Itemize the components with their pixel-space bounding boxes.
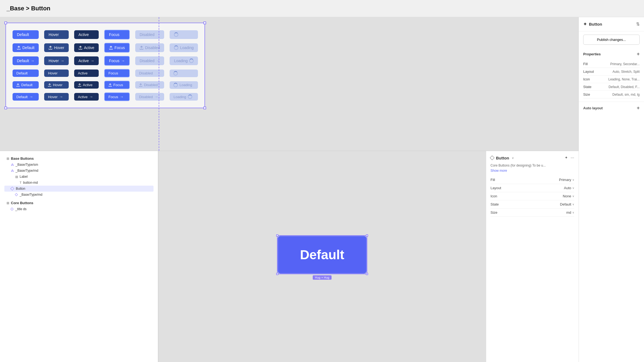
add-auto-layout-icon[interactable]: +: [637, 105, 640, 111]
btn-active-r3[interactable]: Active →: [74, 56, 99, 65]
btn-disabled-r5[interactable]: Disabled: [135, 81, 164, 89]
btn-loading-r5[interactable]: Loading: [170, 81, 198, 89]
layer-section-base-buttons[interactable]: ⊞ Base Buttons: [4, 155, 154, 162]
inspect-header: Button ∨ ✦ ···: [490, 155, 574, 160]
layer-item-base-type-md[interactable]: ⁂ _Base/Type/md: [4, 168, 154, 174]
arrow-icon: →: [155, 95, 158, 99]
fill-value[interactable]: Primary ∨: [559, 178, 574, 182]
frame-handle-tr: [203, 22, 206, 24]
btn-active-r4[interactable]: Active: [74, 70, 99, 77]
upload-icon: [17, 46, 21, 50]
arrow-icon: →: [59, 95, 63, 99]
component-icon-sm: [15, 193, 18, 196]
btn-disabled-r3[interactable]: Disabled →: [135, 56, 164, 65]
layer-item-base-type-md-2[interactable]: _Base/Type/md: [4, 192, 154, 198]
adjust-icon[interactable]: ⇅: [636, 22, 640, 27]
btn-disabled-r2[interactable]: Disabled: [135, 43, 164, 52]
inspect-prop-size: Size md ∨: [490, 209, 574, 217]
spinner-icon: [173, 71, 178, 76]
target-icon[interactable]: ✦: [565, 155, 568, 160]
sparkle-icon: ✦: [583, 22, 587, 27]
preview-frame[interactable]: Default: [277, 235, 367, 274]
properties-section: Properties + Fill Primary, Secondar... L…: [579, 48, 644, 102]
btn-loading-r3[interactable]: Loading: [170, 56, 198, 65]
upload-icon: [109, 46, 113, 50]
btn-focus-r5[interactable]: Focus: [104, 81, 130, 89]
auto-layout-row[interactable]: Auto layout +: [579, 102, 644, 114]
btn-active-r1[interactable]: Active: [74, 30, 99, 39]
add-property-icon[interactable]: +: [637, 51, 640, 57]
spinner-icon: [189, 59, 194, 63]
btn-loading-r1[interactable]: [170, 30, 198, 39]
lower-canvas: ⊞ Base Buttons ⁂ _Base/Type/sm ⁂ _Base/T…: [0, 151, 579, 362]
btn-default-r5[interactable]: Default: [13, 81, 39, 89]
btn-hover-r3[interactable]: Hover →: [44, 56, 68, 65]
inspect-prop-fill: Fill Primary ∨: [490, 176, 574, 184]
arrow-icon: →: [120, 95, 124, 99]
alignment-guide: [159, 17, 159, 151]
btn-default-r1[interactable]: Default: [13, 30, 39, 39]
component-icon: ⁂: [11, 163, 14, 167]
btn-focus-r4[interactable]: Focus: [104, 69, 130, 77]
layout-value[interactable]: Auto ∨: [564, 186, 574, 190]
btn-active-r2[interactable]: Active: [74, 43, 99, 52]
btn-hover-r4[interactable]: Hover: [44, 70, 68, 77]
canvas: Default Hover Active Focus Disabled Defa…: [0, 17, 579, 362]
btn-focus-r2[interactable]: Focus: [104, 43, 130, 53]
btn-default-r3[interactable]: Default →: [13, 56, 39, 65]
btn-focus-r6[interactable]: Focus →: [104, 92, 130, 101]
size-value[interactable]: md ∨: [566, 210, 574, 215]
btn-default-r2[interactable]: Default: [13, 43, 39, 52]
btn-disabled-r1[interactable]: Disabled: [135, 30, 164, 39]
btn-hover-r1[interactable]: Hover: [44, 30, 68, 39]
handle-br: [366, 273, 368, 275]
preview-button[interactable]: Default: [278, 236, 367, 274]
btn-default-r4[interactable]: Default: [13, 70, 39, 77]
chevron-down-icon[interactable]: ∨: [512, 156, 514, 160]
button-grid: Default Hover Active Focus Disabled Defa…: [13, 30, 198, 101]
btn-loading-r6[interactable]: Loading: [170, 93, 198, 101]
btn-hover-r6[interactable]: Hover →: [44, 93, 68, 101]
upload-icon: [140, 46, 143, 50]
icon-value[interactable]: None ∨: [563, 194, 574, 198]
more-options-icon[interactable]: ···: [571, 155, 574, 160]
btn-focus-r1[interactable]: Focus: [104, 30, 130, 40]
component-frame: Default Hover Active Focus Disabled Defa…: [5, 23, 205, 108]
chevron-down-icon: ∨: [572, 211, 574, 214]
spinner-icon: [174, 32, 178, 37]
prop-fill: Fill Primary, Secondar...: [583, 60, 640, 68]
inspect-prop-icon: Icon None ∨: [490, 192, 574, 200]
upload-icon: [16, 83, 20, 87]
right-panel-header: ✦ Button ⇅: [579, 17, 644, 31]
btn-hover-r5[interactable]: Hover: [44, 81, 68, 89]
state-value[interactable]: Default ∨: [560, 202, 574, 206]
prop-state: State Default, Disabled, F...: [583, 83, 640, 91]
btn-loading-r4[interactable]: [170, 70, 198, 77]
spinner-icon: [174, 46, 178, 50]
handle-tr: [366, 234, 368, 237]
btn-loading-r2[interactable]: Loading: [170, 43, 198, 52]
arrow-icon: →: [61, 59, 64, 63]
btn-disabled-r4[interactable]: Disabled: [135, 70, 164, 77]
btn-default-r6[interactable]: Default →: [13, 93, 39, 101]
layer-item-button-md-text[interactable]: T button-md: [4, 180, 154, 186]
arrow-icon: →: [29, 95, 33, 99]
layer-item-button[interactable]: Button: [4, 186, 154, 192]
btn-active-r6[interactable]: Active →: [74, 93, 99, 101]
layer-item-label[interactable]: ▤ Label: [4, 174, 154, 180]
upper-canvas: Default Hover Active Focus Disabled Defa…: [0, 17, 579, 151]
spinner-icon: [173, 83, 178, 87]
btn-disabled-r6[interactable]: Disabled →: [135, 93, 164, 101]
layer-item-base-type-sm[interactable]: ⁂ _Base/Type/sm: [4, 162, 154, 168]
btn-active-r5[interactable]: Active: [74, 81, 99, 89]
btn-focus-r3[interactable]: Focus →: [104, 56, 130, 66]
layer-section-core-buttons[interactable]: ⊞ Core Buttons: [4, 200, 154, 206]
properties-title: Properties +: [583, 51, 640, 57]
handle-tl: [276, 234, 278, 237]
arrow-icon: →: [121, 59, 125, 63]
publish-button[interactable]: Publish changes...: [583, 35, 640, 45]
layer-item-title-ds[interactable]: _title ds: [4, 206, 154, 212]
page-title: _Base > Button: [7, 5, 50, 12]
arrow-icon: →: [31, 59, 34, 63]
btn-hover-r2[interactable]: Hover: [44, 43, 68, 52]
